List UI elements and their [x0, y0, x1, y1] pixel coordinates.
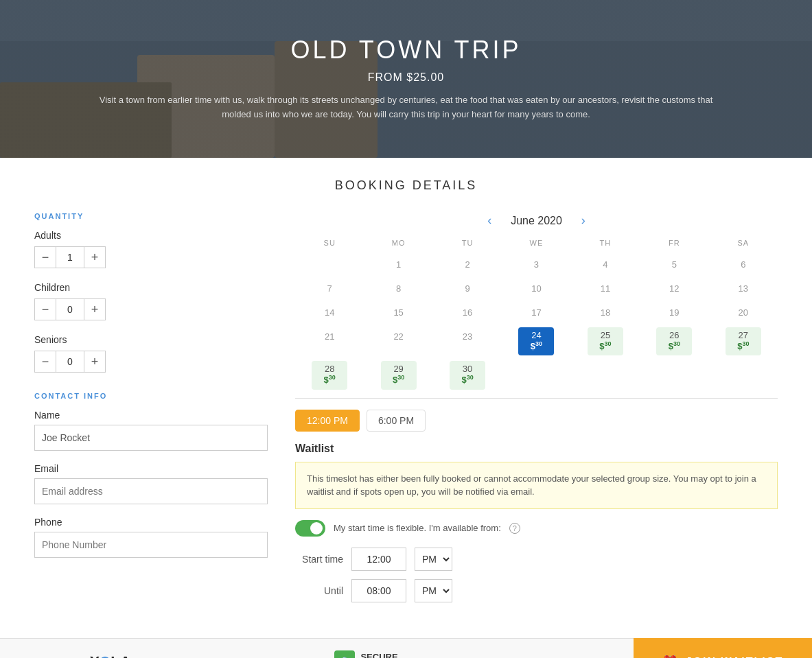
until-time-row: Until AM PM: [295, 579, 778, 602]
cal-day-price-26: $30: [659, 340, 689, 351]
timeslot-1200pm-button[interactable]: 12:00 PM: [295, 410, 360, 432]
timeslot-600pm-button[interactable]: 6:00 PM: [367, 410, 426, 432]
cal-header-mo: MO: [364, 236, 432, 252]
waitlist-notice: This timeslot has either been fully book…: [295, 462, 778, 509]
cal-cell-9: 9: [433, 277, 502, 301]
cal-cell-15: 15: [364, 301, 432, 325]
cal-cell-17: 17: [502, 301, 570, 325]
cal-empty-1: [502, 358, 570, 392]
flexible-toggle[interactable]: [295, 520, 325, 537]
clock-icon: ⏰: [662, 655, 679, 658]
cal-day-27[interactable]: 27 $30: [726, 327, 761, 355]
cal-cell-22: 22: [364, 325, 432, 358]
calendar-divider: [295, 398, 778, 399]
children-decrement-button[interactable]: −: [34, 298, 56, 320]
seniors-increment-button[interactable]: +: [84, 351, 106, 373]
adults-row: Adults − 1 +: [34, 230, 268, 268]
cal-empty-4: [709, 358, 778, 392]
seniors-label: Seniors: [34, 334, 268, 345]
until-time-label: Until: [295, 585, 343, 596]
booking-layout: QUANTITY Adults − 1 + Children − 0 +: [34, 212, 778, 611]
cal-day-25[interactable]: 25 $30: [588, 327, 623, 355]
contact-label: CONTACT INFO: [34, 392, 268, 400]
cal-cell-3: 3: [502, 252, 570, 277]
adults-increment-button[interactable]: +: [84, 246, 106, 268]
cal-cell-5: 5: [640, 252, 708, 277]
footer: POWERED BY XLA 🔒 SECURE SSL ENCRYPTION ⏰…: [0, 638, 812, 658]
help-icon[interactable]: ?: [509, 523, 520, 534]
cal-day-24-selected[interactable]: 24 $30: [518, 327, 554, 355]
cal-day-price-25: $30: [590, 340, 620, 351]
until-time-input[interactable]: [351, 579, 406, 602]
cal-cell-12: 12: [640, 277, 708, 301]
cal-row-4: 21 22 23 24 $30 25 $30: [295, 325, 778, 358]
cal-cell-21: 21: [295, 325, 364, 358]
cal-cell-24[interactable]: 24 $30: [502, 325, 570, 358]
adults-decrement-button[interactable]: −: [34, 246, 56, 268]
cal-day-28[interactable]: 28 $30: [312, 361, 347, 389]
secure-text: SECURE SSL ENCRYPTION: [360, 652, 430, 658]
secure-main-text: SECURE: [360, 652, 430, 658]
powered-by: POWERED BY XLA: [0, 653, 131, 658]
start-ampm-select[interactable]: AM PM: [415, 548, 452, 571]
booking-section-title: BOOKING DETAILS: [34, 178, 778, 193]
cal-day-num-27: 27: [728, 330, 758, 340]
cal-cell-16: 16: [433, 301, 502, 325]
email-input[interactable]: [34, 478, 268, 504]
cal-day-29[interactable]: 29 $30: [381, 361, 417, 389]
flexible-text: My start time is flexible. I'm available…: [334, 523, 501, 533]
adults-value: 1: [56, 246, 84, 268]
seniors-decrement-button[interactable]: −: [34, 351, 56, 373]
timeslots-container: 12:00 PM 6:00 PM: [295, 410, 778, 432]
cal-day-price-28: $30: [314, 374, 345, 385]
cal-day-num-26: 26: [659, 330, 689, 340]
cal-header-sa: SA: [709, 236, 778, 252]
cal-day-price-30: $30: [452, 374, 483, 385]
email-field-group: Email: [34, 463, 268, 504]
xola-logo: XLA: [90, 653, 131, 658]
seniors-stepper: − 0 +: [34, 351, 268, 373]
cal-row-2: 7 8 9 10 11 12 13: [295, 277, 778, 301]
children-row: Children − 0 +: [34, 282, 268, 320]
calendar-next-button[interactable]: ›: [576, 212, 591, 229]
cal-empty-2: [571, 358, 640, 392]
main-content: BOOKING DETAILS QUANTITY Adults − 1 + Ch…: [0, 158, 812, 638]
left-panel: QUANTITY Adults − 1 + Children − 0 +: [34, 212, 268, 611]
quantity-label: QUANTITY: [34, 212, 268, 220]
cal-cell-10: 10: [502, 277, 570, 301]
cal-cell-30[interactable]: 30 $30: [433, 358, 502, 392]
cal-cell-27[interactable]: 27 $30: [709, 325, 778, 358]
phone-label: Phone: [34, 517, 268, 528]
join-waitlist-button[interactable]: ⏰ JOIN WAITLIST: [634, 638, 812, 658]
children-stepper: − 0 +: [34, 298, 268, 320]
start-time-label: Start time: [295, 554, 343, 565]
waitlist-title: Waitlist: [295, 443, 778, 455]
name-input[interactable]: [34, 425, 268, 451]
cal-cell-26[interactable]: 26 $30: [640, 325, 708, 358]
cal-day-num-29: 29: [384, 364, 414, 374]
cal-header-th: TH: [571, 236, 640, 252]
phone-field-group: Phone: [34, 517, 268, 558]
contact-section: CONTACT INFO Name Email Phone: [34, 392, 268, 558]
start-time-input[interactable]: [351, 548, 406, 571]
cal-cell-29[interactable]: 29 $30: [364, 358, 432, 392]
adults-label: Adults: [34, 230, 268, 241]
cal-cell-13: 13: [709, 277, 778, 301]
children-increment-button[interactable]: +: [84, 298, 106, 320]
adults-stepper: − 1 +: [34, 246, 268, 268]
cal-cell-empty: [295, 252, 364, 277]
cal-cell-25[interactable]: 25 $30: [571, 325, 640, 358]
until-ampm-select[interactable]: AM PM: [415, 579, 452, 602]
start-time-row: Start time AM PM: [295, 548, 778, 571]
cal-day-num-28: 28: [314, 364, 345, 374]
cal-day-26[interactable]: 26 $30: [656, 327, 692, 355]
phone-input[interactable]: [34, 532, 268, 558]
cal-day-num-25: 25: [590, 330, 620, 340]
cal-day-price-29: $30: [384, 374, 414, 385]
cal-cell-6: 6: [709, 252, 778, 277]
calendar-prev-button[interactable]: ‹: [482, 212, 497, 229]
cal-cell-28[interactable]: 28 $30: [295, 358, 364, 392]
cal-header-tu: TU: [433, 236, 502, 252]
calendar-header-row: SU MO TU WE TH FR SA: [295, 236, 778, 252]
cal-day-30[interactable]: 30 $30: [450, 361, 485, 389]
